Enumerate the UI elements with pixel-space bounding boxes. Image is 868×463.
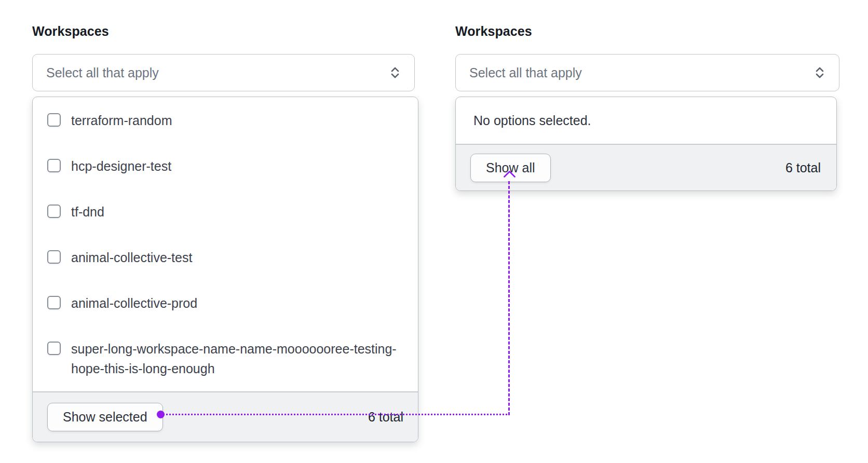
empty-state-body: No options selected. bbox=[456, 97, 836, 144]
workspaces-dropdown-panel-right: No options selected. Show all 6 total bbox=[455, 97, 837, 191]
checkbox-unchecked[interactable] bbox=[47, 113, 61, 127]
option-label: animal-collective-test bbox=[71, 248, 192, 267]
dropdown-footer-left: Show selected 6 total bbox=[33, 391, 418, 442]
option-label: animal-collective-prod bbox=[71, 293, 197, 313]
select-placeholder: Select all that apply bbox=[469, 65, 582, 80]
option-label: tf-dnd bbox=[71, 202, 104, 222]
checkbox-unchecked[interactable] bbox=[47, 250, 61, 264]
connector-dashed-line-vertical bbox=[508, 181, 510, 415]
select-placeholder: Select all that apply bbox=[46, 65, 159, 80]
show-all-button[interactable]: Show all bbox=[470, 154, 551, 182]
show-selected-button[interactable]: Show selected bbox=[47, 403, 163, 431]
select-caret-icon bbox=[814, 66, 825, 79]
workspaces-select-trigger-right[interactable]: Select all that apply bbox=[455, 54, 839, 91]
workspaces-label-right: Workspaces bbox=[455, 24, 532, 39]
option-animal-collective-prod[interactable]: animal-collective-prod bbox=[47, 293, 403, 313]
checkbox-unchecked[interactable] bbox=[47, 296, 61, 309]
checkbox-unchecked[interactable] bbox=[47, 342, 61, 355]
workspaces-dropdown-panel-left: terraform-random hcp-designer-test tf-dn… bbox=[32, 97, 418, 442]
total-count-left: 6 total bbox=[368, 410, 403, 425]
option-label: hcp-designer-test bbox=[71, 156, 171, 176]
total-count-right: 6 total bbox=[785, 160, 821, 175]
option-terraform-random[interactable]: terraform-random bbox=[47, 111, 403, 130]
option-label: super-long-workspace-name-name-moooooore… bbox=[71, 339, 403, 378]
checkbox-unchecked[interactable] bbox=[47, 159, 61, 172]
workspaces-select-trigger-left[interactable]: Select all that apply bbox=[32, 54, 415, 91]
option-super-long-workspace[interactable]: super-long-workspace-name-name-moooooore… bbox=[47, 339, 403, 378]
dropdown-footer-right: Show all 6 total bbox=[456, 144, 836, 190]
options-list: terraform-random hcp-designer-test tf-dn… bbox=[33, 97, 418, 391]
empty-state-message: No options selected. bbox=[473, 113, 591, 128]
checkbox-unchecked[interactable] bbox=[47, 205, 61, 218]
workspaces-label-left: Workspaces bbox=[32, 24, 109, 39]
select-caret-icon bbox=[389, 66, 401, 79]
option-animal-collective-test[interactable]: animal-collective-test bbox=[47, 248, 403, 267]
option-tf-dnd[interactable]: tf-dnd bbox=[47, 202, 403, 222]
option-label: terraform-random bbox=[71, 111, 172, 130]
option-hcp-designer-test[interactable]: hcp-designer-test bbox=[47, 156, 403, 176]
page: Workspaces Select all that apply terrafo… bbox=[0, 0, 868, 463]
